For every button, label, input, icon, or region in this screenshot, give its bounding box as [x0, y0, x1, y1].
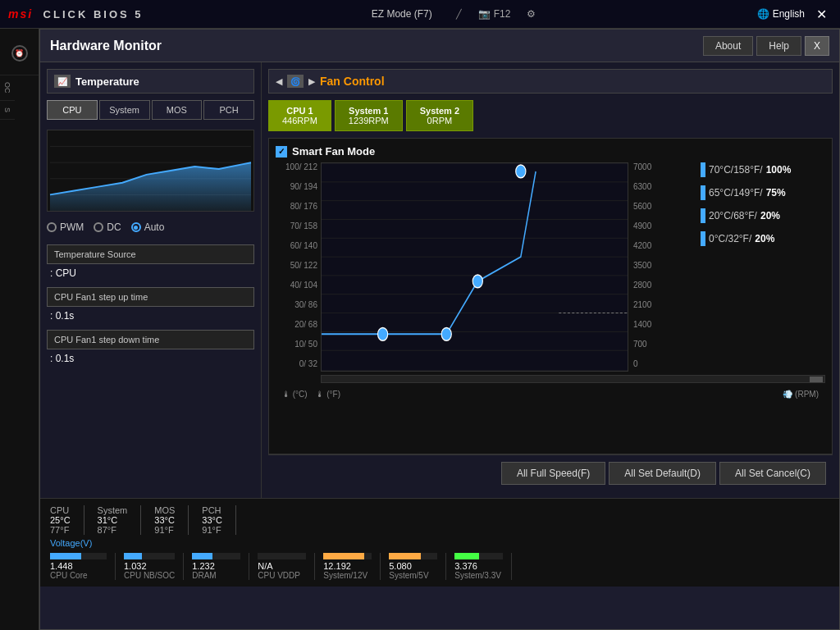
- tab-mos[interactable]: MOS: [152, 100, 203, 120]
- side-panel-left: ⏰ OC S: [0, 29, 39, 630]
- pch-temp-stat: PCH 33°C 91°F: [189, 505, 236, 535]
- dc-radio-label[interactable]: DC: [94, 221, 121, 233]
- fan-next-arrow[interactable]: ▶: [308, 76, 315, 87]
- curve-point-1: [378, 327, 388, 340]
- settings-btn[interactable]: ⚙: [527, 8, 536, 20]
- dram-voltage: 1.232 DRAM: [184, 553, 249, 580]
- smart-fan-checkbox[interactable]: ✓: [276, 146, 287, 158]
- voltage-stats-row: 1.448 CPU Core 1.032 CPU NB/SOC 1.232 DR…: [50, 553, 829, 580]
- fan-speeds-row: CPU 1 446RPM System 1 1239RPM System 2 0…: [268, 100, 833, 131]
- hardware-monitor-window: Hardware Monitor About Help X 📈 Temperat…: [39, 29, 840, 630]
- temperature-icon: 📈: [54, 75, 71, 88]
- fan-curve-chart[interactable]: [321, 162, 628, 372]
- temp-unit-labels: 🌡 (°C) 🌡 (°F): [282, 390, 340, 399]
- svg-marker-4: [50, 162, 251, 211]
- side-item-oc[interactable]: OC: [0, 75, 15, 101]
- voltage-label: Voltage(V): [50, 538, 829, 548]
- temperature-chart: [47, 130, 254, 212]
- hw-title-buttons: About Help X: [703, 36, 829, 56]
- system1-fan-speed[interactable]: System 1 1239RPM: [335, 100, 403, 131]
- fan-control-icon: 🌀: [287, 75, 304, 88]
- temperature-source-value: : CPU: [47, 267, 254, 279]
- curve-point-3: [472, 275, 482, 288]
- pwm-radio[interactable]: [47, 222, 57, 232]
- celsius-icon: 🌡: [282, 390, 290, 399]
- scrollbar-thumb[interactable]: [810, 377, 823, 382]
- bottom-stats-bar: CPU 25°C 77°F System 31°C 87°F MOS 33°C …: [40, 498, 839, 587]
- all-full-speed-button[interactable]: All Full Speed(F): [501, 462, 605, 485]
- hw-content-area: 📈 Temperature CPU System MOS PCH: [40, 62, 839, 498]
- fan1-step-down-value: : 0.1s: [47, 353, 254, 364]
- system12v-voltage-bar: [323, 553, 364, 559]
- fan1-step-up-value: : 0.1s: [47, 310, 254, 322]
- side-item-s[interactable]: S: [0, 101, 15, 120]
- window-close-button[interactable]: ✕: [811, 5, 832, 24]
- chart-scrollbar[interactable]: [321, 375, 825, 383]
- temp-marker-4: 0°C/32°F/ 20%: [701, 231, 825, 246]
- dram-voltage-bar: [192, 553, 212, 559]
- language-selector[interactable]: 🌐 English: [757, 8, 805, 20]
- temperature-panel: 📈 Temperature CPU System MOS PCH: [40, 62, 262, 498]
- screenshot-btn[interactable]: 📷 F12: [478, 8, 511, 20]
- tab-pch[interactable]: PCH: [203, 100, 254, 120]
- temp-marker-1: 70°C/158°F/ 100%: [701, 162, 825, 177]
- top-bar-center: EZ Mode (F7) ╱ 📷 F12 ⚙: [364, 4, 536, 24]
- cpu1-fan-speed[interactable]: CPU 1 446RPM: [268, 100, 331, 131]
- gear-icon: ⚙: [527, 8, 536, 20]
- divider-icon: ╱: [456, 9, 462, 20]
- product-name: CLICK BIOS 5: [43, 8, 144, 21]
- system33v-voltage: 3.376 System/3.3V: [446, 553, 512, 580]
- temperature-section-header: 📈 Temperature: [47, 69, 254, 94]
- pwm-radio-label[interactable]: PWM: [47, 221, 84, 233]
- chart-y-labels-right: 7000 6300 5600 4900 4200 3500 2800 2100 …: [628, 162, 694, 372]
- temperature-tabs: CPU System MOS PCH: [47, 100, 254, 120]
- curve-point-4: [516, 165, 526, 178]
- auto-radio-label[interactable]: Auto: [131, 221, 165, 233]
- main-background: ⏰ OC S Hardware Monitor About Help X 📈 T…: [0, 29, 840, 630]
- system12v-voltage: 12.192 System/12V: [315, 553, 381, 580]
- tab-system[interactable]: System: [99, 100, 150, 120]
- top-bar-right: 🌐 English ✕: [757, 5, 832, 24]
- cpu-nb-voltage-bar: [124, 553, 142, 559]
- help-button[interactable]: Help: [756, 36, 801, 56]
- smart-fan-title: Smart Fan Mode: [292, 145, 375, 158]
- mos-temp-stat: MOS 33°C 91°F: [141, 505, 189, 535]
- temp-bar-2: [701, 185, 705, 200]
- fan-chart-area: 100/ 212 90/ 194 80/ 176 70/ 158 60/ 140…: [276, 162, 825, 372]
- auto-radio[interactable]: [131, 222, 141, 232]
- dc-radio[interactable]: [94, 222, 103, 232]
- all-set-default-button[interactable]: All Set Default(D): [609, 462, 716, 485]
- fan1-step-down-box[interactable]: CPU Fan1 step down time: [47, 330, 254, 349]
- about-button[interactable]: About: [703, 36, 753, 56]
- all-set-cancel-button[interactable]: All Set Cancel(C): [719, 462, 826, 485]
- smart-fan-section: ✓ Smart Fan Mode 100/ 212 90/ 194 80/ 17…: [268, 138, 833, 454]
- temp-bar-4: [701, 231, 705, 246]
- fan1-step-up-box[interactable]: CPU Fan1 step up time: [47, 287, 254, 307]
- smart-fan-header: ✓ Smart Fan Mode: [276, 145, 825, 158]
- camera-icon: 📷: [478, 8, 491, 20]
- cpu-vddp-voltage: N/A CPU VDDP: [249, 553, 315, 580]
- chart-y-labels-left: 100/ 212 90/ 194 80/ 176 70/ 158 60/ 140…: [276, 162, 321, 372]
- tab-cpu[interactable]: CPU: [47, 100, 98, 120]
- cpu-nb-voltage: 1.032 CPU NB/SOC: [116, 553, 184, 580]
- fan-control-title: Fan Control: [320, 75, 385, 88]
- rpm-label: 💨 (RPM): [783, 390, 819, 399]
- hw-close-button[interactable]: X: [805, 36, 829, 56]
- fan-prev-arrow[interactable]: ◀: [276, 76, 282, 87]
- system2-fan-speed[interactable]: System 2 0RPM: [406, 100, 473, 131]
- hw-window-title: Hardware Monitor: [50, 39, 162, 53]
- temp-bar-1: [701, 162, 705, 177]
- action-buttons-row: All Full Speed(F) All Set Default(D) All…: [268, 454, 833, 491]
- cpu-temp-stat: CPU 25°C 77°F: [50, 505, 84, 535]
- top-bar: msi CLICK BIOS 5 EZ Mode (F7) ╱ 📷 F12 ⚙ …: [0, 0, 840, 29]
- globe-icon: 🌐: [757, 8, 769, 20]
- ez-mode-button[interactable]: EZ Mode (F7): [364, 4, 440, 24]
- hw-titlebar: Hardware Monitor About Help X: [40, 30, 839, 62]
- temperature-source-box[interactable]: Temperature Source: [47, 244, 254, 264]
- system5v-voltage-bar: [389, 553, 420, 559]
- system5v-voltage: 5.080 System/5V: [381, 553, 446, 580]
- cpu-core-voltage-bar: [50, 553, 81, 559]
- fan-control-header: ◀ 🌀 ▶ Fan Control: [268, 69, 833, 94]
- side-item-1: ⏰: [0, 29, 39, 75]
- fan-icon: 💨: [783, 390, 792, 399]
